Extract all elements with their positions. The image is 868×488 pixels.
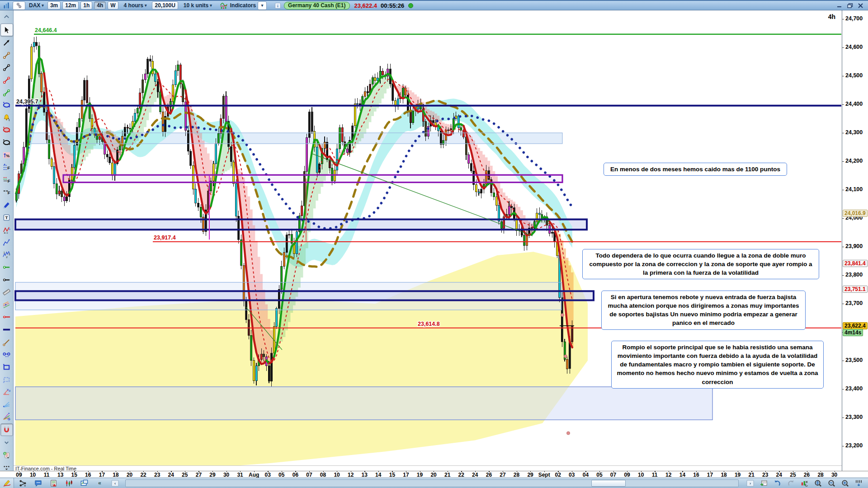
close-button[interactable]: [857, 3, 863, 8]
price-axis-label: 23,200: [845, 442, 863, 449]
zoom-out-icon[interactable]: [826, 479, 837, 488]
time-axis-label: 24: [776, 472, 782, 478]
time-axis-label: 12: [665, 472, 671, 478]
minimize-button[interactable]: [836, 3, 843, 8]
annotation-pen-icon[interactable]: [0, 478, 14, 488]
hsegment-black-tool-icon[interactable]: [1, 274, 13, 286]
time-axis-label: Aug: [249, 472, 259, 478]
instrument-selector[interactable]: DAX ▾: [27, 2, 46, 9]
hline-blue-tool-icon[interactable]: [1, 324, 13, 335]
multipoint-line-tool-icon[interactable]: [1, 236, 13, 248]
timeframe-dropdown[interactable]: 4 hours ▾: [122, 2, 149, 9]
percent-change-tool-icon[interactable]: %: [1, 149, 13, 161]
price-alert-tool-icon[interactable]: [1, 112, 13, 123]
svg-text:b: b: [9, 227, 10, 230]
annotation-note-3[interactable]: Si en apertura tenemos rebote y nueva en…: [601, 291, 806, 330]
time-axis-label: 16: [693, 472, 699, 478]
time-axis[interactable]: 0910111315161718202223242527293031Aug030…: [0, 471, 868, 478]
annotation-note-1[interactable]: En menos de dos meses hemos caido mas de…: [604, 163, 787, 176]
linked-ellipses-tool-icon[interactable]: [1, 349, 13, 361]
compare-instruments-icon[interactable]: [63, 479, 75, 488]
ellipse-blue-tool-icon[interactable]: [1, 99, 13, 111]
share-icon[interactable]: [17, 479, 28, 488]
zoom-in-icon[interactable]: [839, 479, 851, 488]
bar-spacing-icon[interactable]: [853, 479, 864, 488]
expand-chevron-icon[interactable]: [1, 437, 13, 449]
angle-tool-icon[interactable]: α: [1, 386, 13, 398]
indicators-label[interactable]: Indicators: [230, 2, 256, 9]
collapse-chevron-icon[interactable]: [1, 11, 13, 23]
marker-tool-icon[interactable]: [1, 199, 13, 211]
script-settings-icon[interactable]: S: [1, 449, 13, 461]
price-axis-label: 23,900: [845, 243, 863, 249]
ellipse-red-tool-icon[interactable]: [1, 124, 13, 136]
price-axis-label: 24,300: [845, 129, 863, 136]
timeframe-4h-button[interactable]: 4h: [94, 1, 106, 9]
cursor-tool-icon[interactable]: [0, 23, 13, 36]
abc-pattern-tool-icon[interactable]: abc: [1, 224, 13, 236]
indicators-dropdown[interactable]: ▾: [258, 1, 267, 10]
link-icon[interactable]: [13, 1, 25, 10]
news-icon[interactable]: [47, 479, 59, 488]
text-tool-icon[interactable]: T: [1, 211, 13, 223]
timeframe-w-button[interactable]: W: [108, 1, 118, 9]
magnet-mode-icon[interactable]: [0, 423, 13, 436]
window-controls: [836, 3, 866, 8]
scroll-right-icon[interactable]: ›: [744, 479, 756, 488]
annotation-note-4[interactable]: Rompio el soporte principal que se le ha…: [611, 341, 824, 389]
line-brown-tool-icon[interactable]: [1, 336, 13, 348]
scrollbar-thumb[interactable]: [591, 480, 626, 487]
last-price: 23,622.4: [354, 2, 377, 9]
fibonacci-levels-tool-icon[interactable]: F: [1, 162, 13, 174]
collapse-left-icon[interactable]: «: [94, 479, 105, 488]
rectangle-light-tool-icon[interactable]: [1, 374, 13, 385]
segment-green-tool-icon[interactable]: [1, 87, 13, 99]
svg-text:›: ›: [749, 481, 750, 486]
time-axis-label: 16: [85, 472, 91, 478]
horizontal-scrollbar[interactable]: [125, 479, 739, 487]
time-axis-label: 24: [168, 472, 174, 478]
rectangle-tool-icon[interactable]: [1, 361, 13, 373]
hsegment-green-tool-icon[interactable]: [1, 261, 13, 273]
chart-canvas[interactable]: 24,646.424,395.723,917.423,614.8 4h En m…: [14, 10, 842, 465]
chat-icon[interactable]: [32, 479, 44, 488]
undo-icon[interactable]: [771, 479, 783, 488]
lower-demand-zone-fill[interactable]: [15, 387, 712, 420]
indicator-wave-icon[interactable]: [219, 1, 228, 9]
time-axis-label: 13: [57, 472, 63, 478]
scroll-left-icon[interactable]: ‹: [109, 479, 121, 488]
price-axis-label: 24,600: [845, 44, 863, 50]
info-icon[interactable]: i: [273, 1, 282, 9]
timeframe-1h-button[interactable]: 1h: [80, 1, 92, 9]
units-button[interactable]: 20,100U: [152, 1, 178, 9]
segment-brown-tool-icon[interactable]: [1, 49, 13, 61]
hline-red-tool-icon[interactable]: [1, 311, 13, 323]
segment-black-tool-icon[interactable]: [1, 62, 13, 74]
date-jump-icon[interactable]: [758, 479, 769, 488]
ellipse-black-tool-icon[interactable]: [1, 137, 13, 149]
fibonacci-retracement-tool-icon[interactable]: F: [1, 174, 13, 186]
fan-lines-tool-icon[interactable]: [1, 399, 13, 410]
time-axis-label: 15: [389, 472, 395, 478]
support-zone-navy-lower-fill[interactable]: [15, 291, 594, 300]
trendline-tool-icon[interactable]: [1, 37, 13, 49]
gann-fan-tool-icon[interactable]: G: [1, 411, 13, 423]
chart-windows-icon[interactable]: [78, 479, 90, 488]
elliott-wave-tool-icon[interactable]: 125: [1, 249, 13, 261]
svg-text:F: F: [8, 191, 10, 196]
redo-icon[interactable]: [785, 479, 797, 488]
price-axis[interactable]: 24,70024,60024,50024,40024,30024,20024,1…: [842, 10, 868, 478]
timeframe-3m-button[interactable]: 3m: [47, 1, 61, 9]
pitchfork-tool-icon[interactable]: [1, 299, 13, 310]
ruler-tool-icon[interactable]: [1, 286, 13, 298]
instrument-badge[interactable]: Germany 40 Cash (E1): [284, 2, 349, 9]
quantity-dropdown[interactable]: 10 k units ▾: [182, 2, 214, 9]
svg-text:5: 5: [9, 253, 10, 256]
restore-button[interactable]: [847, 3, 853, 8]
adjust-scale-icon[interactable]: [798, 479, 810, 488]
timeframe-12m-button[interactable]: 12m: [62, 1, 79, 9]
segment-red-tool-icon[interactable]: [1, 75, 13, 86]
fibonacci-projection-tool-icon[interactable]: F: [1, 187, 13, 198]
zoom-fit-icon[interactable]: [812, 479, 824, 488]
annotation-note-2[interactable]: Todo dependera de lo que ocurra cuando l…: [582, 249, 819, 279]
